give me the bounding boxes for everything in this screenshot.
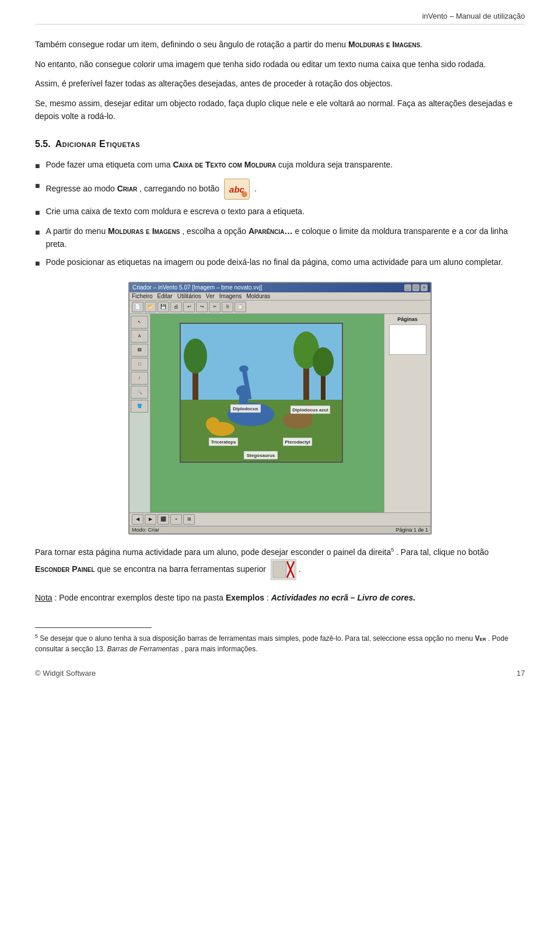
app-screenshot-container: Criador – inVento 5.07 [Imagem – bme nov… <box>35 282 525 535</box>
page-header: inVento – Manual de utilização <box>35 12 525 25</box>
para1-highlight: Molduras e Imagens <box>348 40 420 49</box>
abc-button-icon: abc <box>224 179 250 200</box>
svg-rect-29 <box>273 561 286 578</box>
status-right: Página 1 de 1 <box>396 527 428 533</box>
bullet-text-4: A partir do menu Molduras e Imagens , es… <box>46 225 525 250</box>
menu-ficheiro[interactable]: Ficheiro <box>132 293 153 299</box>
app-menubar: Ficheiro Editar Utilitários Ver Imagens … <box>130 292 430 301</box>
list-item: ■ Pode posicionar as etiquetas na imagem… <box>35 256 525 270</box>
app-pages-panel: Páginas <box>384 314 430 512</box>
footnote-italic: Barras de Ferramentas <box>107 645 178 653</box>
bottom-btn-3[interactable]: ⬛ <box>158 514 169 525</box>
bottom-btn-1[interactable]: ◀ <box>132 514 144 525</box>
sidebar-tool-text[interactable]: A <box>131 330 148 343</box>
toolbar-btn-print[interactable]: 🖨 <box>170 302 182 312</box>
svg-point-3 <box>184 338 207 373</box>
paragraph-after-screenshot: Para tornar esta página numa actividade … <box>35 546 525 580</box>
note-text-after: : <box>267 593 269 602</box>
para-screenshot-before: Para tornar esta página numa actividade … <box>35 547 391 557</box>
svg-text:Pterodactyl: Pterodactyl <box>285 439 310 445</box>
menu-imagens[interactable]: Imagens <box>219 293 242 299</box>
app-canvas: Diplodocus Diplodocus azul Triceratops P… <box>150 314 384 512</box>
status-left: Modo: Criar <box>132 527 159 533</box>
close-button[interactable]: × <box>421 284 428 291</box>
list-item: ■ Regresse ao modo Criar , carregando no… <box>35 179 525 200</box>
toolbar-btn-new[interactable]: 📄 <box>132 302 144 312</box>
list-item: ■ Crie uma caixa de texto com moldura e … <box>35 205 525 219</box>
paragraph-1: Também consegue rodar um item, definindo… <box>35 39 525 51</box>
note-block: Nota : Pode encontrar exemplos deste tip… <box>35 592 525 605</box>
list-item: ■ Pode fazer uma etiqueta com uma Caixa … <box>35 159 525 173</box>
bottom-btn-2[interactable]: ▶ <box>145 514 156 525</box>
footnote-text: Se desejar que o aluno tenha à sua dispo… <box>40 634 473 643</box>
svg-point-7 <box>313 347 334 376</box>
para4-text: Se, mesmo assim, desejar editar um objec… <box>35 99 513 121</box>
menu-utilitarios[interactable]: Utilitários <box>177 293 201 299</box>
app-screenshot: Criador – inVento 5.07 [Imagem – bme nov… <box>128 282 432 535</box>
section-title: Adicionar Etiquetas <box>55 139 140 149</box>
app-main-area: ↖ A 🖼 □ / 🔍 🪣 <box>130 314 430 512</box>
note-italic: Actividades no ecrã – Livro de cores. <box>271 593 415 602</box>
footnote-number: 5 <box>35 633 38 639</box>
toolbar-btn-undo[interactable]: ↩ <box>183 302 195 312</box>
toolbar-btn-open[interactable]: 📂 <box>145 302 156 312</box>
sidebar-tool-zoom[interactable]: 🔍 <box>131 386 148 399</box>
bullet-list: ■ Pode fazer uma etiqueta com uma Caixa … <box>35 159 525 270</box>
toolbar-btn-save[interactable]: 💾 <box>158 302 169 312</box>
toolbar-btn-paste[interactable]: 📋 <box>235 302 246 312</box>
bullet-icon-1: ■ <box>35 160 40 173</box>
para1-text: Também consegue rodar um item, definindo… <box>35 40 346 49</box>
bottom-btn-4[interactable]: + <box>170 514 182 525</box>
svg-point-12 <box>239 365 249 372</box>
menu-molduras[interactable]: Molduras <box>246 293 270 299</box>
app-title: Criador – inVento 5.07 [Imagem – bme nov… <box>132 284 262 291</box>
minimize-button[interactable]: _ <box>404 284 411 291</box>
footnote-divider <box>35 627 152 628</box>
note-bold: Exemplos <box>226 593 264 602</box>
section-heading-5-5: 5.5. Adicionar Etiquetas <box>35 139 525 149</box>
sidebar-tool-arrow[interactable]: ↖ <box>131 316 148 329</box>
toolbar-btn-redo[interactable]: ↪ <box>196 302 208 312</box>
paragraph-2: No entanto, não consegue colorir uma ima… <box>35 58 525 71</box>
toolbar-btn-copy[interactable]: ⎘ <box>222 302 233 312</box>
header-title: inVento – Manual de utilização <box>422 12 525 20</box>
canvas-main-image: Diplodocus Diplodocus azul Triceratops P… <box>180 323 343 463</box>
svg-text:Triceratops: Triceratops <box>211 439 236 445</box>
footer-page-number: 17 <box>517 669 525 678</box>
maximize-button[interactable]: □ <box>412 284 419 291</box>
sidebar-tool-shape[interactable]: □ <box>131 358 148 371</box>
menu-editar[interactable]: Editar <box>158 293 173 299</box>
dino-scene: Diplodocus Diplodocus azul Triceratops P… <box>181 324 342 462</box>
para2-text: No entanto, não consegue colorir uma ima… <box>35 60 486 69</box>
para3-text: Assim, é preferível fazer todas as alter… <box>35 79 393 88</box>
app-sidebar: ↖ A 🖼 □ / 🔍 🪣 <box>130 314 150 512</box>
hide-panel-icon <box>271 559 296 580</box>
sidebar-tool-line[interactable]: / <box>131 372 148 385</box>
page-thumbnail[interactable] <box>389 324 426 355</box>
svg-text:Diplodocus: Diplodocus <box>233 406 258 411</box>
bullet-text-2: Regresse ao modo Criar , carregando no b… <box>46 179 525 200</box>
menu-ver[interactable]: Ver <box>206 293 215 299</box>
footnote-end: , para mais informações. <box>181 645 257 653</box>
bullet-icon-5: ■ <box>35 257 40 270</box>
paragraph-4: Se, mesmo assim, desejar editar um objec… <box>35 97 525 123</box>
para-screenshot-after: . Para tal, clique no botão <box>396 547 489 557</box>
note-label: Nota <box>35 593 52 602</box>
app-titlebar: Criador – inVento 5.07 [Imagem – bme nov… <box>130 283 430 292</box>
toolbar-btn-cut[interactable]: ✂ <box>209 302 220 312</box>
paragraph-3: Assim, é preferível fazer todas as alter… <box>35 78 525 90</box>
sidebar-tool-fill[interactable]: 🪣 <box>131 400 148 413</box>
note-text-before: : Pode encontrar exemplos deste tipo na … <box>54 593 223 602</box>
footer-copyright: © Widgit Software <box>35 669 96 678</box>
bottom-btn-5[interactable]: ⊞ <box>183 514 195 525</box>
list-item: ■ A partir do menu Molduras e Imagens , … <box>35 225 525 250</box>
app-toolbar: 📄 📂 💾 🖨 ↩ ↪ ✂ ⎘ 📋 <box>130 301 430 314</box>
esconder-painel-label: Esconder Painel <box>35 564 97 573</box>
titlebar-buttons: _ □ × <box>404 284 428 291</box>
svg-point-17 <box>206 417 220 431</box>
bullet-text-1: Pode fazer uma etiqueta com uma Caixa de… <box>46 159 525 172</box>
footnote-highlight: Ver <box>475 634 486 643</box>
sidebar-tool-image[interactable]: 🖼 <box>131 344 148 357</box>
bullet-text-5: Pode posicionar as etiquetas na imagem o… <box>46 256 525 269</box>
app-statusbar: Modo: Criar Página 1 de 1 <box>130 526 430 533</box>
